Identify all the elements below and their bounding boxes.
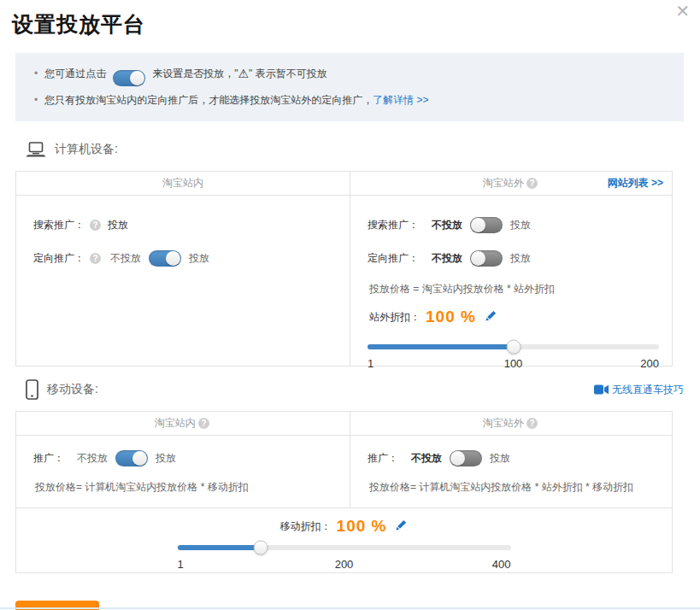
search-promo-state: 投放 (108, 218, 128, 232)
warning-icon: ⚠ (238, 67, 249, 80)
slider-knob[interactable] (254, 541, 268, 555)
slider-max-label: 400 (492, 558, 511, 571)
toggle-on-label: 投放 (189, 251, 209, 266)
video-camera-icon (594, 384, 609, 397)
computer-section-label: 计算机设备: (55, 142, 118, 157)
wireless-tips-label: 无线直通车技巧 (612, 384, 684, 396)
search-promo-label: 搜索推广： (33, 218, 85, 232)
mobile-offsite-price-formula: 投放价格= 计算机淘宝站内投放价格 * 站外折扣 * 移动折扣 (369, 480, 659, 495)
toggle-off-label: 不投放 (432, 251, 462, 266)
offsite-discount-label: 站外折扣： (369, 310, 421, 325)
computer-offsite-header: 淘宝站外 ? 网站列表 >> (350, 172, 672, 195)
help-icon[interactable]: ? (90, 220, 101, 231)
target-promo-row-offsite: 定向推广： 不投放 投放 (368, 248, 659, 268)
mobile-promo-label: 推广： (33, 451, 64, 466)
mobile-offsite-toggle[interactable] (450, 450, 482, 466)
target-promo-label: 定向推广： (33, 251, 85, 266)
bottom-divider (0, 607, 700, 609)
laptop-icon (26, 142, 46, 158)
computer-offsite-header-label: 淘宝站外 (483, 177, 524, 189)
offsite-discount-slider[interactable] (368, 344, 659, 349)
mobile-onsite-cell: 推广： 不投放 投放 投放价格= 计算机淘宝站内投放价格 * 移动折扣 (16, 436, 350, 507)
target-promo-onsite-toggle[interactable] (149, 250, 181, 267)
toggle-on-label: 投放 (510, 218, 531, 232)
offsite-price-formula: 投放价格 = 淘宝站内投放价格 * 站外折扣 (369, 282, 659, 296)
wireless-tips-link[interactable]: 无线直通车技巧 (594, 383, 684, 397)
target-promo-label: 定向推广： (368, 251, 419, 266)
toggle-off-label: 不投放 (110, 251, 141, 266)
mobile-onsite-header-label: 淘宝站内 (155, 417, 196, 429)
slider-fill (178, 545, 262, 550)
edit-pencil-icon[interactable] (395, 519, 408, 534)
mobile-table: 淘宝站内 ? 淘宝站外 ? 推广： 不投放 投放 投放价格= 计算机淘宝站内投放… (15, 411, 673, 573)
help-icon[interactable]: ? (90, 253, 101, 264)
offsite-discount-row: 站外折扣： 100 % (369, 307, 659, 327)
mobile-slider-wrap: 1 200 400 (178, 545, 511, 572)
mobile-table-header: 淘宝站内 ? 淘宝站外 ? (16, 412, 672, 436)
slider-max-label: 200 (640, 357, 659, 370)
search-promo-label: 搜索推广： (368, 218, 419, 232)
edit-pencil-icon[interactable] (485, 309, 497, 325)
notice-line1-text-before: 您可通过点击 (44, 67, 106, 79)
mobile-onsite-toggle[interactable] (115, 450, 148, 466)
mobile-offsite-header: 淘宝站外 ? (350, 412, 672, 435)
bullet-icon: • (34, 94, 38, 106)
offsite-discount-value: 100 % (426, 308, 476, 326)
toggle-off-label: 不投放 (77, 451, 108, 466)
target-promo-offsite-toggle[interactable] (470, 250, 503, 267)
sample-toggle[interactable] (113, 70, 145, 86)
help-icon[interactable]: ? (526, 418, 538, 429)
target-promo-row-onsite: 定向推广： ? 不投放 投放 (33, 248, 337, 268)
computer-table-header: 淘宝站内 淘宝站外 ? 网站列表 >> (16, 172, 672, 196)
mobile-discount-value: 100 % (337, 517, 387, 536)
notice-box: •您可通过点击来设置是否投放，"⚠" 表示暂不可投放 •您只有投放淘宝站内的定向… (15, 53, 684, 121)
mobile-section-label: 移动设备: (47, 382, 98, 397)
mobile-promo-label: 推广： (368, 451, 398, 466)
bullet-icon: • (34, 67, 38, 79)
mobile-offsite-cell: 推广： 不投放 投放 投放价格= 计算机淘宝站内投放价格 * 站外折扣 * 移动… (350, 436, 672, 507)
mobile-promo-row-offsite: 推广： 不投放 投放 (368, 448, 659, 468)
close-icon[interactable]: ✕ (675, 0, 690, 22)
notice-line-2: •您只有投放淘宝站内的定向推广后，才能选择投放淘宝站外的定向推广，了解详情 >> (34, 89, 668, 111)
notice-line1-text-end: " 表示暂不可投放 (249, 67, 327, 79)
mobile-discount-row: 移动折扣： 100 % (16, 515, 672, 537)
slider-mid-label: 100 (504, 357, 523, 370)
mobile-discount-section: 移动折扣： 100 % 1 200 400 (16, 507, 672, 572)
mobile-slider-labels: 1 200 400 (178, 558, 511, 572)
toggle-off-label: 不投放 (411, 451, 442, 466)
search-promo-row-onsite: 搜索推广： ? 投放 (33, 214, 337, 235)
search-promo-offsite-toggle[interactable] (470, 217, 503, 233)
help-icon[interactable]: ? (198, 418, 209, 429)
mobile-discount-slider[interactable] (178, 545, 511, 550)
toggle-on-label: 投放 (510, 251, 531, 266)
computer-onsite-header: 淘宝站内 (16, 172, 350, 195)
website-list-link[interactable]: 网站列表 >> (608, 172, 663, 195)
slider-min-label: 1 (178, 558, 184, 571)
phone-icon (26, 379, 38, 400)
computer-offsite-cell: 搜索推广： 不投放 投放 定向推广： 不投放 投放 投放价格 = 淘宝站内投放价… (350, 196, 672, 366)
mobile-offsite-header-label: 淘宝站外 (483, 417, 524, 429)
notice-line1-text-after: 来设置是否投放，" (152, 67, 238, 79)
mobile-discount-label: 移动折扣： (280, 519, 332, 534)
mobile-promo-row-onsite: 推广： 不投放 投放 (33, 448, 337, 468)
mobile-onsite-price-formula: 投放价格= 计算机淘宝站内投放价格 * 移动折扣 (35, 480, 337, 495)
offsite-slider-labels: 1 100 200 (368, 357, 659, 371)
slider-knob[interactable] (506, 340, 521, 355)
mobile-section-header: 移动设备: 无线直通车技巧 (15, 377, 684, 402)
mobile-onsite-header: 淘宝站内 ? (16, 412, 350, 435)
computer-section-header: 计算机设备: (15, 137, 684, 162)
toggle-on-label: 投放 (490, 451, 510, 466)
notice-line-1: •您可通过点击来设置是否投放，"⚠" 表示暂不可投放 (34, 62, 668, 89)
slider-min-label: 1 (368, 357, 374, 370)
slider-fill (368, 344, 514, 349)
learn-more-link[interactable]: 了解详情 >> (373, 94, 428, 106)
toggle-on-label: 投放 (156, 451, 176, 466)
slider-mid-label: 200 (335, 558, 354, 571)
computer-onsite-cell: 搜索推广： ? 投放 定向推广： ? 不投放 投放 (16, 196, 350, 366)
toggle-off-label: 不投放 (432, 218, 462, 232)
help-icon[interactable]: ? (526, 178, 538, 189)
dialog: ✕ 设置投放平台 •您可通过点击来设置是否投放，"⚠" 表示暂不可投放 •您只有… (0, 10, 700, 610)
page-title: 设置投放平台 (12, 10, 700, 38)
sample-toggle-wrap (113, 67, 145, 89)
notice-line2-text: 您只有投放淘宝站内的定向推广后，才能选择投放淘宝站外的定向推广， (44, 94, 373, 106)
